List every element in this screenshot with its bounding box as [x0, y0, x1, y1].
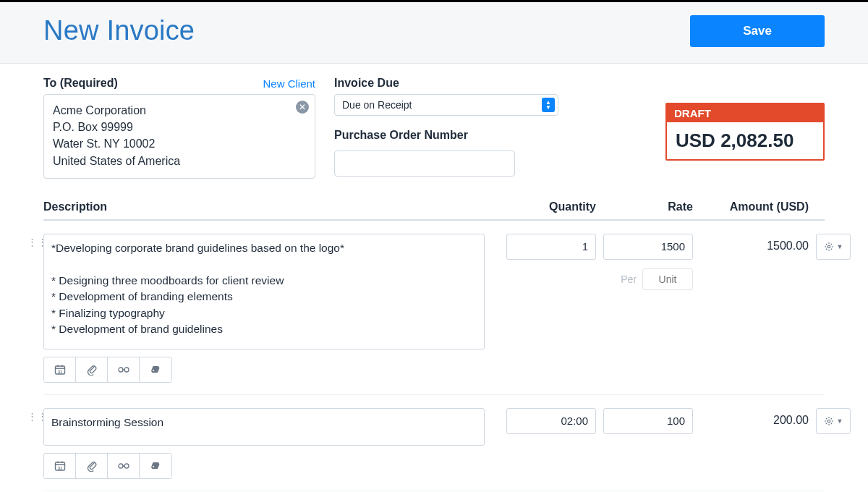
line-item: ⋮⋮ *Developing corporate brand guideline… — [43, 221, 825, 383]
quantity-input[interactable] — [506, 234, 596, 260]
line-amount: 200.00 — [693, 408, 809, 427]
select-stepper-icon: ▲▼ — [542, 98, 555, 112]
column-amount: Amount (USD) — [693, 200, 809, 213]
tag-icon[interactable] — [140, 357, 171, 382]
chevron-down-icon: ▼ — [837, 417, 843, 425]
link-icon[interactable] — [108, 357, 140, 382]
svg-line-16 — [830, 244, 831, 245]
invoice-due-select[interactable]: Due on Receipt ▲▼ — [334, 94, 558, 116]
page-title: New Invoice — [43, 15, 195, 46]
per-label: Per — [621, 273, 637, 285]
svg-line-34 — [830, 418, 831, 419]
calendar-icon[interactable]: 31 — [44, 357, 76, 382]
chevron-down-icon: ▼ — [837, 243, 843, 250]
rate-input[interactable] — [603, 234, 693, 260]
line-settings-button[interactable]: ▼ — [816, 408, 851, 434]
invoice-total: USD 2,082.50 — [667, 122, 823, 159]
drag-handle-icon[interactable]: ⋮⋮ — [27, 411, 48, 422]
rate-input[interactable] — [603, 408, 693, 434]
line-item: ⋮⋮ Brainstorming Session 31 — [43, 395, 825, 479]
client-box[interactable]: ✕ Acme Corporation P.O. Box 99999 Water … — [43, 94, 315, 179]
status-badge: DRAFT — [667, 104, 823, 122]
svg-line-14 — [826, 244, 827, 245]
client-address-line: P.O. Box 99999 — [53, 119, 289, 135]
gear-icon — [824, 242, 834, 252]
svg-line-33 — [830, 423, 831, 424]
client-address-line: United States of America — [53, 153, 289, 169]
svg-line-35 — [826, 423, 827, 424]
po-label: Purchase Order Number — [334, 129, 558, 142]
drag-handle-icon[interactable]: ⋮⋮ — [27, 237, 48, 247]
svg-line-32 — [826, 418, 827, 419]
svg-text:31: 31 — [57, 465, 61, 470]
client-address-line: Water St. NY 10002 — [53, 135, 289, 152]
column-quantity: Quantity — [499, 200, 596, 213]
attachment-icon[interactable] — [76, 454, 108, 478]
invoice-due-value: Due on Receipt — [342, 99, 412, 111]
svg-line-15 — [830, 249, 831, 250]
calendar-icon[interactable]: 31 — [44, 454, 76, 478]
column-rate: Rate — [596, 200, 693, 213]
quantity-input[interactable] — [506, 408, 596, 434]
svg-line-17 — [826, 249, 827, 250]
tag-icon[interactable] — [140, 454, 171, 478]
save-button[interactable]: Save — [690, 15, 825, 47]
line-settings-button[interactable]: ▼ — [816, 234, 851, 260]
svg-text:31: 31 — [57, 369, 61, 373]
svg-point-9 — [827, 245, 830, 248]
client-name: Acme Corporation — [53, 102, 289, 119]
line-amount: 1500.00 — [693, 234, 809, 253]
unit-input[interactable] — [642, 268, 693, 290]
column-description: Description — [43, 200, 499, 213]
svg-point-27 — [827, 420, 830, 423]
po-input[interactable] — [334, 150, 515, 177]
total-box: DRAFT USD 2,082.50 — [665, 103, 825, 161]
new-client-link[interactable]: New Client — [263, 77, 315, 90]
to-label: To (Required) — [43, 77, 118, 90]
attachment-icon[interactable] — [76, 357, 108, 382]
clear-client-icon[interactable]: ✕ — [296, 101, 309, 114]
invoice-due-label: Invoice Due — [334, 77, 558, 90]
line-description-input[interactable]: *Developing corporate brand guidelines b… — [43, 234, 485, 349]
link-icon[interactable] — [108, 454, 140, 478]
line-description-input[interactable]: Brainstorming Session — [43, 408, 485, 446]
gear-icon — [824, 416, 834, 426]
